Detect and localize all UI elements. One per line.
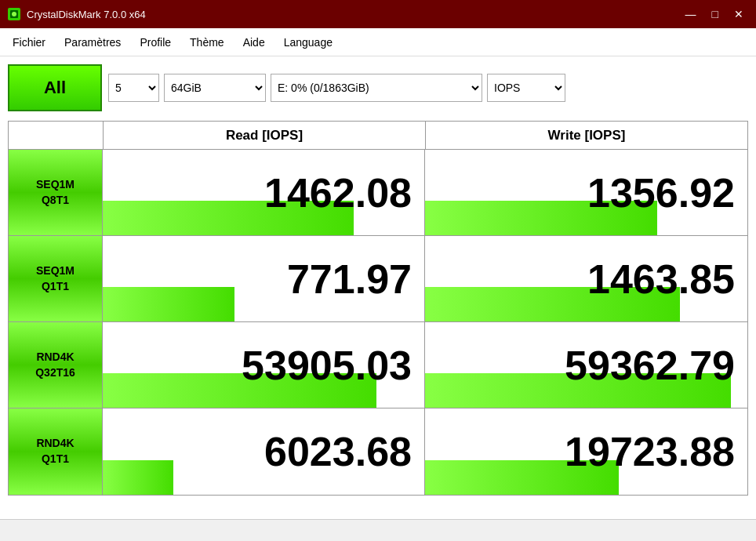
read-value-0: 1462.08 xyxy=(103,150,425,235)
unit-select[interactable]: MB/sGB/sIOPSμs xyxy=(487,74,565,102)
svg-point-2 xyxy=(12,12,16,16)
result-row: SEQ1MQ1T1771.971463.85 xyxy=(9,236,747,322)
menu-item-aide[interactable]: Aide xyxy=(234,31,274,53)
result-row: SEQ1MQ8T11462.081356.92 xyxy=(9,150,747,236)
write-value-0: 1356.92 xyxy=(425,150,747,235)
app-icon xyxy=(6,6,22,22)
header-write: Write [IOPS] xyxy=(425,122,747,149)
status-bar xyxy=(0,519,756,541)
menu-item-profile[interactable]: Profile xyxy=(130,31,180,53)
results-rows: SEQ1MQ8T11462.081356.92SEQ1MQ1T1771.9714… xyxy=(8,149,748,496)
all-button[interactable]: All xyxy=(8,64,102,111)
row-label-0: SEQ1MQ8T1 xyxy=(9,150,103,235)
main-content: All 1359 512MiB1GiB8GiB16GiB32GiB64GiB E… xyxy=(0,56,756,519)
write-value-3: 19723.88 xyxy=(425,408,747,495)
write-text-1: 1463.85 xyxy=(587,256,735,303)
write-text-0: 1356.92 xyxy=(587,169,735,216)
size-select[interactable]: 512MiB1GiB8GiB16GiB32GiB64GiB xyxy=(164,74,266,102)
toolbar-selects: 1359 512MiB1GiB8GiB16GiB32GiB64GiB E: 0%… xyxy=(108,74,565,102)
header-label-col xyxy=(9,122,103,149)
maximize-button[interactable]: □ xyxy=(706,7,725,21)
result-row: RND4KQ32T1653905.0359362.79 xyxy=(9,322,747,408)
header-read: Read [IOPS] xyxy=(103,122,425,149)
read-text-1: 771.97 xyxy=(287,256,412,303)
window-controls: — □ ✕ xyxy=(679,7,750,21)
drive-select[interactable]: E: 0% (0/1863GiB) xyxy=(271,74,482,102)
read-value-2: 53905.03 xyxy=(103,322,425,408)
results-header: Read [IOPS] Write [IOPS] xyxy=(8,121,748,149)
read-text-0: 1462.08 xyxy=(264,169,412,216)
menu-bar: FichierParamètresProfileThèmeAideLanguag… xyxy=(0,28,756,56)
read-value-3: 6023.68 xyxy=(103,408,425,495)
read-text-2: 53905.03 xyxy=(242,342,412,389)
write-value-2: 59362.79 xyxy=(425,322,747,408)
menu-item-theme[interactable]: Thème xyxy=(180,31,234,53)
minimize-button[interactable]: — xyxy=(679,7,703,21)
close-button[interactable]: ✕ xyxy=(728,7,750,21)
toolbar: All 1359 512MiB1GiB8GiB16GiB32GiB64GiB E… xyxy=(8,64,748,111)
write-text-2: 59362.79 xyxy=(565,342,735,389)
read-text-3: 6023.68 xyxy=(264,428,412,475)
menu-item-fichier[interactable]: Fichier xyxy=(3,31,55,53)
title-bar: CrystalDiskMark 7.0.0 x64 — □ ✕ xyxy=(0,0,756,28)
count-select[interactable]: 1359 xyxy=(108,74,159,102)
write-value-1: 1463.85 xyxy=(425,236,747,321)
menu-item-parametres[interactable]: Paramètres xyxy=(55,31,130,53)
row-label-3: RND4KQ1T1 xyxy=(9,408,103,495)
window-title: CrystalDiskMark 7.0.0 x64 xyxy=(27,9,146,20)
write-text-3: 19723.88 xyxy=(565,428,735,475)
results-area: Read [IOPS] Write [IOPS] SEQ1MQ8T11462.0… xyxy=(8,121,748,511)
row-label-2: RND4KQ32T16 xyxy=(9,322,103,408)
title-bar-left: CrystalDiskMark 7.0.0 x64 xyxy=(6,6,146,22)
read-value-1: 771.97 xyxy=(103,236,425,321)
row-label-1: SEQ1MQ1T1 xyxy=(9,236,103,321)
result-row: RND4KQ1T16023.6819723.88 xyxy=(9,408,747,495)
menu-item-language[interactable]: Language xyxy=(274,31,342,53)
